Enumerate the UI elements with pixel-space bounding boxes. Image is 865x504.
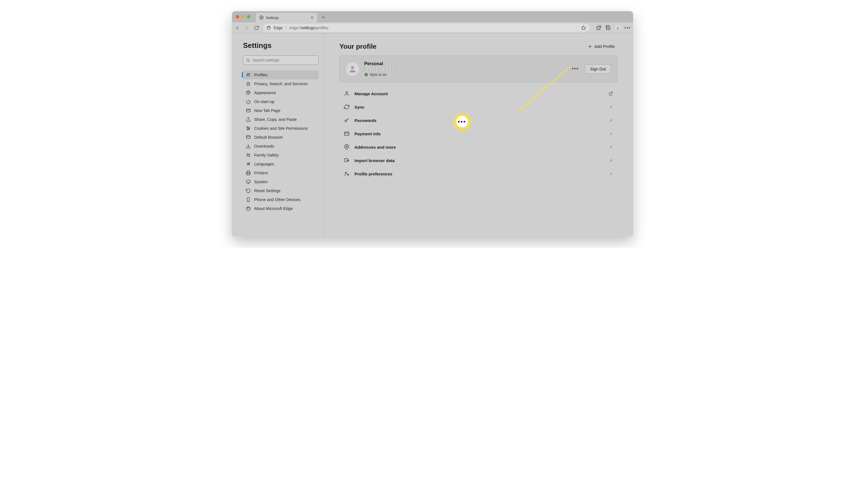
svg-line-49	[611, 92, 612, 94]
browser-tab[interactable]: Settings ✕	[256, 13, 317, 22]
nav-about[interactable]: About Microsoft Edge	[243, 204, 319, 213]
row-label: Addresses and more	[355, 145, 396, 150]
row-preferences[interactable]: Profile preferences	[339, 167, 618, 180]
svg-point-56	[345, 172, 347, 174]
nav-share[interactable]: Share, Copy, and Paste	[243, 115, 319, 124]
address-url: edge://settings/profiles	[289, 26, 328, 30]
search-settings[interactable]	[243, 56, 319, 65]
nav-profiles[interactable]: Profiles	[243, 70, 319, 79]
address-bar[interactable]: Edge | edge://settings/profiles	[263, 24, 590, 32]
svg-point-3	[267, 26, 270, 30]
family-icon	[246, 153, 251, 157]
back-button[interactable]	[235, 25, 240, 31]
share-icon	[246, 117, 251, 122]
close-tab-button[interactable]: ✕	[310, 15, 314, 20]
chevron-right-icon	[609, 118, 613, 122]
nav-item-label: Profiles	[254, 73, 267, 77]
profile-avatar	[346, 62, 359, 76]
nav-phone[interactable]: Phone and Other Devices	[243, 195, 319, 204]
svg-point-32	[247, 136, 247, 136]
external-link-icon	[609, 91, 613, 96]
add-profile-button[interactable]: Add Profile	[585, 42, 618, 50]
nav-item-label: Cookies and Site Permissions	[254, 126, 308, 131]
row-manage-account[interactable]: Manage Account	[339, 87, 618, 100]
power-icon	[246, 99, 251, 104]
forward-button[interactable]	[244, 25, 250, 31]
content-area: Settings Profiles Privacy, Search, and S…	[232, 33, 633, 237]
nav-languages[interactable]: Languages	[243, 160, 319, 168]
profile-settings-list: Manage Account Sync Passwords Payment in…	[339, 87, 618, 180]
nav-startup[interactable]: On start-up	[243, 97, 319, 106]
search-input[interactable]	[253, 58, 315, 62]
annotation-highlight: •••	[455, 115, 469, 129]
row-label: Manage Account	[355, 91, 388, 96]
plus-icon	[588, 44, 592, 49]
main-header: Your profile Add Profile	[339, 42, 618, 50]
import-icon	[344, 157, 349, 163]
nav-item-label: Phone and Other Devices	[254, 197, 300, 202]
svg-rect-21	[246, 109, 250, 112]
page-title: Your profile	[339, 43, 377, 50]
maximize-window-button[interactable]	[247, 15, 250, 19]
collections-icon[interactable]	[605, 25, 611, 31]
nav-item-label: Share, Copy, and Paste	[254, 117, 297, 122]
profile-more-button[interactable]: •••	[570, 65, 580, 73]
menu-button[interactable]: •••	[625, 25, 630, 31]
svg-point-27	[247, 127, 248, 128]
nav-downloads[interactable]: Downloads	[243, 142, 319, 151]
svg-point-53	[346, 146, 347, 147]
edge-logo-icon	[266, 26, 271, 30]
person-icon	[344, 91, 349, 96]
row-label: Passwords	[355, 118, 377, 123]
minimize-window-button[interactable]	[241, 15, 245, 19]
nav-reset[interactable]: Reset Settings	[243, 186, 319, 195]
sign-out-button[interactable]: Sign Out	[585, 64, 611, 74]
nav-default-browser[interactable]: Default Browser	[243, 133, 319, 142]
favorites-icon[interactable]	[596, 25, 601, 31]
row-label: Sync	[355, 105, 365, 109]
search-icon	[246, 58, 250, 62]
row-import[interactable]: Import browser data	[339, 154, 618, 167]
settings-nav: Profiles Privacy, Search, and Services A…	[243, 70, 319, 213]
svg-point-18	[248, 92, 249, 92]
svg-point-57	[347, 174, 348, 175]
sync-status-label: Sync is on	[370, 72, 387, 77]
svg-point-11	[617, 26, 619, 27]
nav-cookies[interactable]: Cookies and Site Permissions	[243, 124, 319, 133]
new-tab-button[interactable]	[319, 13, 327, 21]
row-payment[interactable]: Payment info	[339, 127, 618, 140]
nav-appearance[interactable]: Appearance	[243, 88, 319, 97]
monitor-icon	[246, 179, 251, 184]
nav-newtab[interactable]: New Tab Page	[243, 106, 319, 115]
nav-privacy[interactable]: Privacy, Search, and Services	[243, 79, 319, 88]
row-passwords[interactable]: Passwords	[339, 114, 618, 127]
svg-point-28	[249, 128, 250, 129]
palette-icon	[246, 90, 251, 95]
toolbar: Edge | edge://settings/profiles •••	[232, 22, 633, 33]
profile-avatar-small[interactable]	[615, 25, 621, 31]
nav-printers[interactable]: Printers	[243, 168, 319, 177]
chevron-right-icon	[609, 172, 613, 176]
nav-family[interactable]: Family Safety	[243, 151, 319, 160]
nav-item-label: Reset Settings	[254, 188, 280, 193]
check-icon	[364, 73, 368, 77]
close-window-button[interactable]	[236, 15, 239, 19]
location-icon	[344, 144, 349, 150]
svg-rect-38	[246, 180, 250, 183]
edge-icon	[246, 206, 251, 211]
svg-point-19	[249, 92, 250, 93]
svg-point-29	[247, 129, 248, 130]
svg-rect-16	[247, 83, 250, 85]
refresh-button[interactable]	[254, 25, 259, 31]
favorite-star-icon[interactable]	[581, 25, 586, 31]
svg-rect-54	[345, 159, 348, 162]
row-sync[interactable]: Sync	[339, 100, 618, 114]
sliders-icon	[246, 126, 251, 131]
key-icon	[344, 117, 349, 123]
chevron-right-icon	[609, 159, 613, 162]
window-icon	[246, 108, 251, 113]
nav-system[interactable]: System	[243, 177, 319, 186]
row-label: Payment info	[355, 131, 381, 136]
svg-marker-5	[596, 25, 601, 30]
row-addresses[interactable]: Addresses and more	[339, 140, 618, 154]
